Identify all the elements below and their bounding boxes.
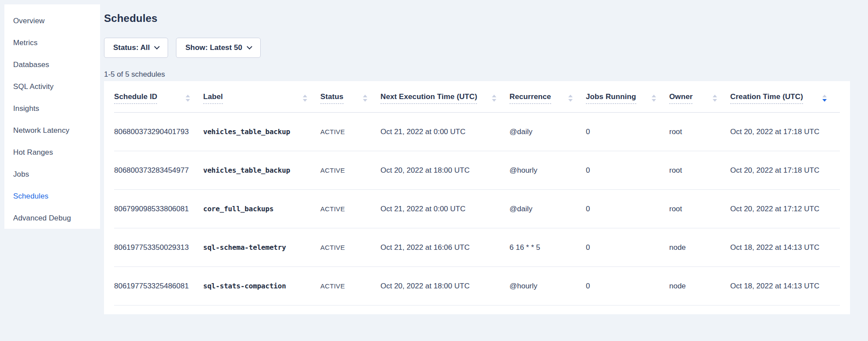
sidebar-item-databases[interactable]: Databases — [13, 54, 100, 76]
sidebar-item-network-latency[interactable]: Network Latency — [13, 120, 100, 142]
table-row: 806799098533806081 core_full_backups ACT… — [114, 190, 840, 228]
table-header-row: Schedule ID Label Status Next Execution … — [114, 81, 840, 113]
status-cell: ACTIVE — [320, 282, 380, 290]
label-cell: vehicles_table_backup — [203, 166, 320, 174]
table-row: 806800373283454977 vehicles_table_backup… — [114, 151, 840, 190]
sidebar-item-advanced-debug[interactable]: Advanced Debug — [13, 207, 100, 229]
sidebar-item-overview[interactable]: Overview — [13, 10, 100, 32]
column-header-schedule-id[interactable]: Schedule ID — [114, 92, 203, 104]
schedules-table: Schedule ID Label Status Next Execution … — [104, 81, 850, 314]
status-filter-dropdown[interactable]: Status: All — [104, 38, 168, 58]
schedule-id-cell: 806799098533806081 — [114, 205, 203, 213]
show-filter-dropdown[interactable]: Show: Latest 50 — [176, 38, 260, 58]
column-header-next-execution-time[interactable]: Next Execution Time (UTC) — [380, 92, 509, 104]
label-cell: sql-schema-telemetry — [203, 243, 320, 252]
recurrence-cell: @daily — [509, 205, 586, 213]
sort-icon[interactable] — [186, 95, 190, 102]
jobs-running-cell: 0 — [586, 128, 669, 136]
chevron-down-icon — [154, 44, 160, 50]
owner-cell: root — [669, 166, 730, 175]
creation-time-cell: Oct 20, 2022 at 17:18 UTC — [730, 128, 840, 136]
sort-icon[interactable] — [303, 95, 307, 102]
sort-icon[interactable] — [822, 95, 827, 102]
next-execution-cell: Oct 21, 2022 at 0:00 UTC — [380, 205, 509, 213]
sidebar-item-metrics[interactable]: Metrics — [13, 32, 100, 54]
sort-icon[interactable] — [492, 95, 496, 102]
status-filter-label: Status: All — [113, 43, 150, 52]
table-row: 806197753325486081 sql-stats-compaction … — [114, 267, 840, 305]
column-header-label[interactable]: Label — [203, 92, 320, 104]
status-cell: ACTIVE — [320, 167, 380, 174]
sidebar-item-sql-activity[interactable]: SQL Activity — [13, 76, 100, 98]
sidebar-item-jobs[interactable]: Jobs — [13, 163, 100, 185]
sort-icon[interactable] — [568, 95, 573, 102]
sidebar-item-schedules[interactable]: Schedules — [13, 185, 100, 207]
creation-time-cell: Oct 20, 2022 at 17:18 UTC — [730, 166, 840, 175]
jobs-running-cell: 0 — [586, 243, 669, 252]
column-header-jobs-running[interactable]: Jobs Running — [586, 92, 669, 104]
schedules-page: Overview Metrics Databases SQL Activity … — [0, 0, 868, 341]
schedule-id-cell: 806800373290401793 — [114, 128, 203, 136]
column-header-creation-time[interactable]: Creation Time (UTC) — [730, 92, 840, 104]
table-row: 806800373290401793 vehicles_table_backup… — [114, 113, 840, 151]
sort-icon[interactable] — [652, 95, 656, 102]
next-execution-cell: Oct 20, 2022 at 18:00 UTC — [380, 282, 509, 291]
page-title: Schedules — [104, 12, 158, 25]
column-header-recurrence[interactable]: Recurrence — [509, 92, 586, 104]
creation-time-cell: Oct 18, 2022 at 14:13 UTC — [730, 243, 840, 252]
label-cell: core_full_backups — [203, 205, 320, 213]
column-header-status[interactable]: Status — [320, 92, 380, 104]
results-count: 1-5 of 5 schedules — [104, 70, 165, 79]
owner-cell: node — [669, 282, 730, 291]
owner-cell: root — [669, 205, 730, 213]
chevron-down-icon — [247, 44, 252, 50]
owner-cell: node — [669, 243, 730, 252]
owner-cell: root — [669, 128, 730, 136]
sort-icon[interactable] — [363, 95, 367, 102]
jobs-running-cell: 0 — [586, 282, 669, 291]
filter-bar: Status: All Show: Latest 50 — [104, 38, 261, 58]
column-header-owner[interactable]: Owner — [669, 92, 730, 104]
status-cell: ACTIVE — [320, 244, 380, 251]
recurrence-cell: @daily — [509, 128, 586, 136]
recurrence-cell: 6 16 * * 5 — [509, 243, 586, 252]
label-cell: sql-stats-compaction — [203, 282, 320, 290]
sidebar-item-insights[interactable]: Insights — [13, 98, 100, 120]
next-execution-cell: Oct 21, 2022 at 16:06 UTC — [380, 243, 509, 252]
creation-time-cell: Oct 18, 2022 at 14:13 UTC — [730, 282, 840, 291]
recurrence-cell: @hourly — [509, 282, 586, 291]
schedule-id-cell: 806197753325486081 — [114, 282, 203, 291]
label-cell: vehicles_table_backup — [203, 128, 320, 136]
schedule-id-cell: 806800373283454977 — [114, 166, 203, 175]
creation-time-cell: Oct 20, 2022 at 17:12 UTC — [730, 205, 840, 213]
status-cell: ACTIVE — [320, 128, 380, 135]
jobs-running-cell: 0 — [586, 166, 669, 175]
status-cell: ACTIVE — [320, 205, 380, 213]
schedule-id-cell: 806197753350029313 — [114, 243, 203, 252]
next-execution-cell: Oct 20, 2022 at 18:00 UTC — [380, 166, 509, 175]
sidebar-nav: Overview Metrics Databases SQL Activity … — [4, 4, 100, 229]
next-execution-cell: Oct 21, 2022 at 0:00 UTC — [380, 128, 509, 136]
table-row: 806197753350029313 sql-schema-telemetry … — [114, 228, 840, 267]
jobs-running-cell: 0 — [586, 205, 669, 213]
recurrence-cell: @hourly — [509, 166, 586, 175]
sort-icon[interactable] — [713, 95, 717, 102]
sidebar-item-hot-ranges[interactable]: Hot Ranges — [13, 142, 100, 163]
show-filter-label: Show: Latest 50 — [185, 43, 242, 52]
